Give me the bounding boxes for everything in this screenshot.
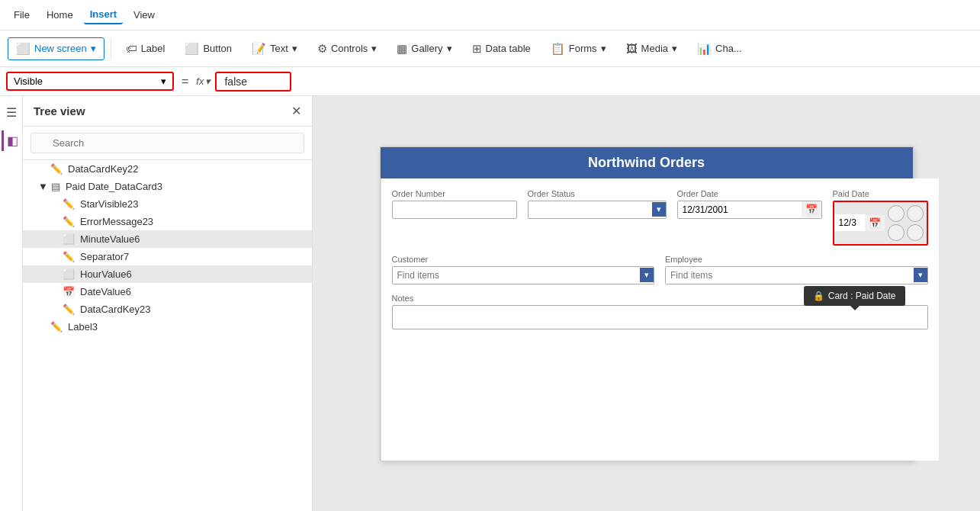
layers-icon[interactable]: ◧ [2, 130, 21, 151]
data-table-button[interactable]: ⊞ Data table [464, 37, 539, 60]
order-date-group: Order Date 📅 [677, 189, 822, 246]
charts-button[interactable]: 📊 Cha... [689, 37, 750, 60]
menu-home[interactable]: Home [40, 6, 79, 24]
menu-insert[interactable]: Insert [84, 5, 123, 24]
paid-date-value[interactable] [834, 214, 865, 231]
button-icon: ⬜ [185, 42, 199, 56]
main-layout: ☰ ◧ Tree view ✕ 🔍 ✏️ DataCardKey22 ▼ ▤ P… [0, 96, 980, 511]
circle-4 [907, 224, 924, 241]
tree-item-label: DataCardKey22 [68, 163, 304, 175]
tree-close-button[interactable]: ✕ [291, 104, 301, 118]
tree-item-label: DataCardKey23 [80, 304, 304, 315]
order-number-input[interactable] [392, 201, 517, 219]
dropdown-chevron-icon: ▾ [161, 76, 166, 87]
tree-item-paiddate-datacard3[interactable]: ▼ ▤ Paid Date_DataCard3 [23, 178, 312, 195]
label-button[interactable]: 🏷 Label [117, 37, 174, 59]
tree-item-hourvalue6[interactable]: ⬜ HourValue6 [23, 265, 312, 283]
customer-select[interactable]: ▾ [392, 266, 655, 284]
text-chevron-icon: ▾ [292, 43, 297, 54]
edit-icon: ✏️ [63, 198, 75, 210]
fx-button[interactable]: fx ▾ [196, 76, 210, 87]
app-body: Order 0938 ⚠ Company F Closed $ 2,870.00… [381, 178, 913, 461]
order-date-label: Order Date [677, 189, 822, 198]
circle-3 [888, 224, 904, 241]
controls-chevron-icon: ▾ [371, 43, 377, 54]
order-status-select[interactable]: ▾ [528, 201, 667, 219]
media-btn-text: Media [641, 43, 668, 54]
order-date-value[interactable] [678, 201, 802, 218]
new-screen-button[interactable]: ⬜ New screen ▾ [8, 37, 104, 60]
menu-file[interactable]: File [8, 6, 36, 24]
app-title: Northwind Orders [588, 155, 705, 170]
paid-date-calendar-icon[interactable]: 📅 [865, 215, 885, 231]
hamburger-icon[interactable]: ☰ [3, 102, 20, 123]
tree-item-label: Paid Date_DataCard3 [66, 181, 304, 192]
paid-date-circles [885, 202, 927, 244]
tree-search-area: 🔍 [23, 127, 312, 160]
formula-bar: Visible ▾ = fx ▾ false [0, 67, 980, 96]
order-date-input[interactable]: 📅 [677, 201, 822, 219]
order-status-input[interactable] [529, 201, 652, 218]
gallery-chevron-icon: ▾ [447, 43, 452, 54]
tree-item-label: Separator7 [80, 251, 304, 262]
tooltip-text: Card : Paid Date [828, 291, 896, 301]
tree-item-datacardkey22[interactable]: ✏️ DataCardKey22 [23, 160, 312, 178]
tree-item-label: ErrorMessage23 [80, 216, 304, 227]
form-row-2: Customer ▾ Employee ▾ [392, 255, 928, 284]
circle-2 [907, 205, 924, 222]
button-btn-text: Button [203, 43, 232, 54]
media-button[interactable]: 🖼 Media ▾ [618, 37, 686, 59]
customer-input[interactable] [393, 267, 641, 284]
tree-item-errormessage23[interactable]: ✏️ ErrorMessage23 [23, 213, 312, 230]
label-btn-text: Label [141, 43, 165, 54]
edit-icon: ✏️ [63, 304, 75, 315]
calendar-icon[interactable]: 📅 [802, 201, 821, 217]
property-dropdown[interactable]: Visible ▾ [6, 72, 174, 91]
controls-icon: ⚙ [317, 42, 327, 56]
tree-title: Tree view [34, 104, 85, 117]
app-header: Northwind Orders [381, 147, 913, 178]
order-number-label: Order Number [392, 189, 517, 198]
media-chevron-icon: ▾ [672, 43, 677, 54]
text-button[interactable]: 📝 Text ▾ [243, 37, 306, 60]
customer-label: Customer [392, 255, 655, 264]
tree-item-label3[interactable]: ✏️ Label3 [23, 318, 312, 336]
employee-select[interactable]: ▾ [665, 266, 928, 284]
select-arrow-icon[interactable]: ▾ [652, 202, 666, 217]
order-status-label: Order Status [528, 189, 667, 198]
tree-item-label: StarVisible23 [80, 198, 304, 210]
edit-icon: ✏️ [63, 251, 75, 262]
data-table-icon: ⊞ [472, 42, 482, 56]
customer-group: Customer ▾ [392, 255, 655, 284]
card-icon: ▤ [51, 181, 60, 192]
toolbar: ⬜ New screen ▾ 🏷 Label ⬜ Button 📝 Text ▾… [0, 31, 980, 67]
formula-value-input[interactable]: false [215, 72, 291, 92]
notes-input[interactable] [392, 305, 928, 329]
order-status-group: Order Status ▾ [528, 189, 667, 246]
forms-icon: 📋 [551, 42, 565, 56]
employee-arrow-icon[interactable]: ▾ [914, 268, 927, 282]
edit-icon: ✏️ [63, 216, 75, 227]
tree-item-minutevalue6[interactable]: ⬜ MinuteValue6 [23, 230, 312, 248]
menu-bar: File Home Insert View [0, 0, 980, 31]
fx-chevron-icon: ▾ [205, 76, 210, 87]
label-icon: 🏷 [126, 42, 137, 55]
gallery-button[interactable]: ▦ Gallery ▾ [388, 37, 460, 60]
paid-date-input[interactable]: 📅 [833, 201, 928, 246]
forms-button[interactable]: 📋 Forms ▾ [542, 37, 615, 60]
tree-item-starvisible23[interactable]: ✏️ StarVisible23 [23, 195, 312, 213]
charts-btn-text: Cha... [715, 43, 742, 54]
rect-icon: ⬜ [63, 268, 75, 280]
tree-item-datevalue6[interactable]: 📅 DateValue6 [23, 283, 312, 300]
customer-arrow-icon[interactable]: ▾ [640, 268, 654, 282]
button-button[interactable]: ⬜ Button [176, 37, 240, 60]
equals-sign: = [178, 75, 191, 88]
employee-label: Employee [665, 255, 928, 264]
tree-item-separator7[interactable]: ✏️ Separator7 [23, 248, 312, 265]
employee-input[interactable] [666, 267, 914, 284]
tree-item-datacardkey23[interactable]: ✏️ DataCardKey23 [23, 300, 312, 318]
menu-view[interactable]: View [127, 6, 161, 24]
paid-date-label: Paid Date [833, 189, 928, 198]
search-input[interactable] [31, 133, 304, 153]
controls-button[interactable]: ⚙ Controls ▾ [309, 37, 385, 60]
